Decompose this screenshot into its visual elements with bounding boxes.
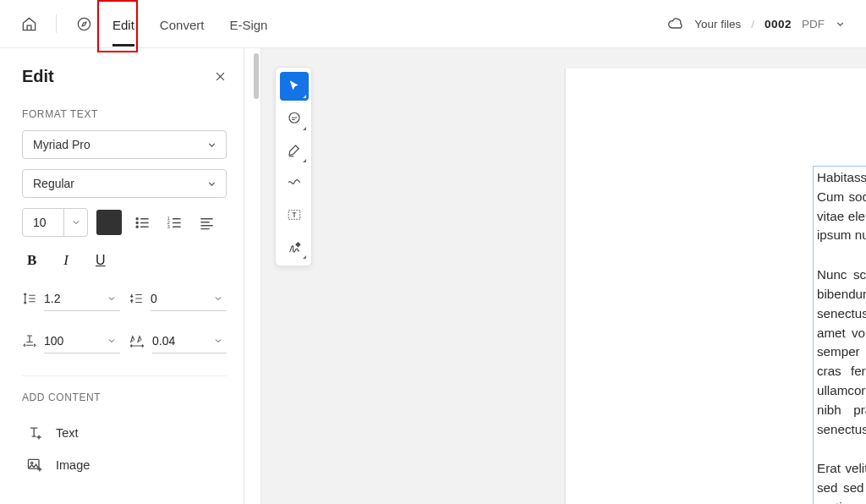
line-spacing-icon — [22, 291, 37, 306]
chevron-down-icon — [206, 178, 217, 189]
font-weight-value: Regular — [33, 177, 74, 190]
line-spacing-value: 1.2 — [44, 292, 60, 305]
numbered-list-icon[interactable]: 123 — [162, 211, 186, 234]
edit-panel: Edit FORMAT TEXT Myriad Pro Regular 10 — [0, 48, 244, 504]
pdf-page[interactable]: Habitasse platea dictumst quisque sagitt… — [566, 68, 866, 504]
font-family-select[interactable]: Myriad Pro — [22, 130, 227, 159]
section-format-text: FORMAT TEXT — [22, 108, 227, 120]
scrollbar-gutter — [244, 48, 261, 504]
tab-edit[interactable]: Edit — [112, 2, 134, 47]
top-bar: Edit Convert E-Sign Your files / 0002 PD… — [0, 0, 866, 48]
italic-button[interactable]: I — [63, 252, 69, 269]
home-icon[interactable] — [20, 15, 37, 32]
chevron-down-icon[interactable] — [835, 19, 846, 30]
font-size-select[interactable]: 10 — [22, 208, 88, 237]
add-text-icon — [25, 424, 44, 442]
svg-text:3: 3 — [167, 223, 169, 228]
paragraph: Habitasse platea dictumst quisque sagitt… — [817, 168, 866, 245]
paragraph: Erat velit scelerisque in dictum non con… — [817, 459, 866, 504]
chevron-down-icon — [107, 293, 117, 304]
scrollbar-thumb[interactable] — [254, 53, 259, 99]
horiz-scale-value: 100 — [44, 334, 63, 348]
add-image-icon — [25, 456, 44, 474]
svg-point-2 — [136, 222, 138, 223]
compass-icon[interactable] — [75, 15, 92, 32]
bold-button[interactable]: B — [27, 252, 36, 269]
add-text-label: Text — [56, 426, 79, 440]
horiz-scale-field[interactable]: 100 — [22, 328, 120, 353]
text-color-swatch[interactable] — [96, 210, 122, 235]
add-image-label: Image — [56, 458, 90, 472]
svg-point-3 — [136, 226, 138, 227]
highlight-tool[interactable] — [280, 136, 309, 165]
svg-point-0 — [78, 18, 90, 30]
font-size-value: 10 — [23, 216, 63, 229]
chevron-down-icon — [213, 293, 223, 304]
nav-tabs: Edit Convert E-Sign — [112, 2, 267, 47]
tab-convert[interactable]: Convert — [160, 2, 205, 47]
svg-point-8 — [31, 462, 33, 463]
close-icon[interactable] — [214, 70, 227, 83]
breadcrumb[interactable]: Your files / 0002 PDF — [667, 15, 846, 32]
sign-tool[interactable] — [280, 233, 309, 261]
char-spacing-field[interactable]: 0.04 — [129, 328, 227, 353]
add-text-button[interactable]: Text — [22, 417, 227, 449]
para-spacing-value: 0 — [151, 292, 157, 305]
bullet-list-icon[interactable] — [130, 211, 154, 234]
underline-button[interactable]: U — [96, 253, 106, 268]
comment-tool[interactable] — [280, 104, 309, 133]
select-tool[interactable] — [280, 72, 309, 101]
align-icon[interactable] — [195, 211, 218, 234]
chevron-down-icon — [213, 336, 223, 346]
chevron-down-icon — [206, 140, 217, 151]
char-spacing-icon — [129, 333, 145, 348]
divider — [56, 14, 57, 33]
char-spacing-value: 0.04 — [152, 334, 175, 348]
breadcrumb-root: Your files — [694, 18, 741, 30]
para-spacing-icon — [129, 291, 144, 306]
annotation-toolbar — [275, 67, 312, 266]
text-block[interactable]: Habitasse platea dictumst quisque sagitt… — [813, 166, 866, 504]
font-weight-select[interactable]: Regular — [22, 169, 227, 198]
breadcrumb-doc: 0002 — [765, 18, 792, 30]
horiz-scale-icon — [22, 333, 37, 348]
breadcrumb-type: PDF — [802, 18, 825, 30]
breadcrumb-sep: / — [751, 18, 754, 30]
line-spacing-field[interactable]: 1.2 — [22, 286, 120, 311]
cloud-icon — [667, 15, 684, 32]
draw-tool[interactable] — [280, 168, 309, 197]
font-family-value: Myriad Pro — [33, 138, 90, 151]
tab-esign[interactable]: E-Sign — [229, 2, 267, 47]
paragraph: Nunc scelerisque viverra mauris in aliqu… — [817, 266, 866, 439]
chevron-down-icon — [107, 336, 117, 346]
chevron-down-icon — [63, 209, 87, 236]
para-spacing-field[interactable]: 0 — [129, 286, 227, 311]
document-canvas: Habitasse platea dictumst quisque sagitt… — [244, 48, 866, 504]
add-image-button[interactable]: Image — [22, 449, 227, 481]
svg-point-1 — [136, 217, 138, 219]
panel-title: Edit — [22, 67, 54, 86]
text-box-tool[interactable] — [280, 200, 309, 229]
section-add-content: ADD CONTENT — [22, 392, 227, 403]
